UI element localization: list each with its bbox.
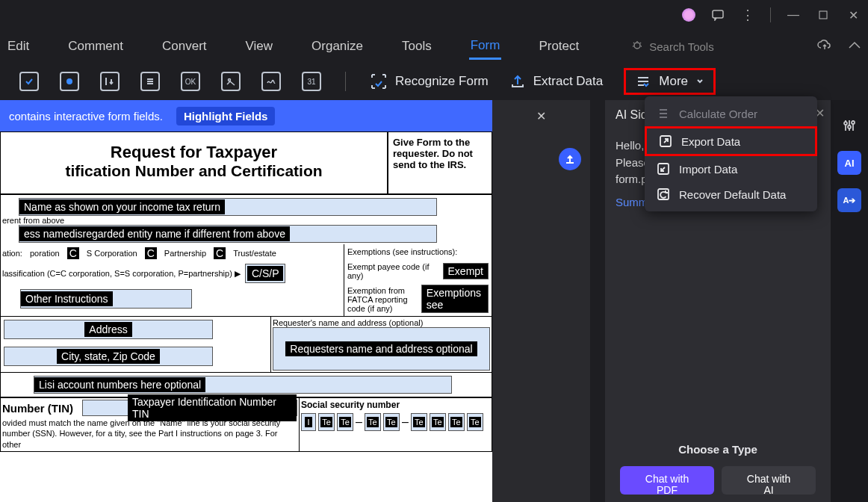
ai-greeting: Hello,	[616, 139, 644, 152]
exemptions-see-field[interactable]: Exemptions see	[422, 285, 488, 312]
ai-rail-button[interactable]: AI	[837, 151, 861, 175]
ssn-5[interactable]: Te	[385, 417, 397, 427]
interactive-fields-notice: contains interactive form fields. Highli…	[0, 100, 492, 131]
exemptions-label: Exemptions (see instructions):	[347, 247, 489, 256]
name-field[interactable]: Name as shown on your income tax return	[19, 199, 225, 214]
business-name-field[interactable]: ess namedisregarded entity name if diffe…	[19, 226, 290, 241]
cloud-upload-icon[interactable]	[817, 39, 832, 54]
diff-label: erent from above	[1, 216, 492, 225]
svg-point-8	[844, 122, 847, 125]
ssn-cells: I Te Te – Te Te – Te Te Te Te	[301, 413, 490, 431]
scorp: S Corporation	[87, 249, 137, 258]
image-field-tool[interactable]	[221, 72, 241, 91]
recognize-label: Recognize Form	[395, 74, 489, 89]
corp: poration	[30, 249, 60, 258]
recover-label: Recover Default Data	[679, 188, 786, 201]
user-avatar[interactable]	[682, 8, 695, 22]
settings-icon[interactable]	[837, 114, 861, 137]
list-acct-field[interactable]: Lisi account numbers here optional	[34, 377, 205, 392]
give-form-box: Give Form to the requester. Do not send …	[388, 131, 492, 194]
btn1-l2: PDF	[620, 485, 714, 496]
btn2-l1: Chat with	[722, 474, 816, 485]
import-label: Import Data	[679, 163, 737, 176]
extract-icon	[509, 73, 526, 90]
calculate-order-item: Calculate Order	[645, 101, 817, 126]
dropdown-field-tool[interactable]	[100, 72, 120, 91]
btn1-l1: Chat with	[620, 474, 714, 485]
export-data-item[interactable]: Export Data	[645, 126, 817, 156]
checkbox-field-tool[interactable]	[19, 72, 39, 91]
close-icon[interactable]: ✕	[536, 109, 546, 123]
recover-default-item[interactable]: Recover Default Data	[645, 182, 817, 207]
highlight-fields-button[interactable]: Highlight Fields	[176, 107, 276, 126]
recognize-form-button[interactable]: Recognize Form	[370, 72, 489, 90]
menu-view[interactable]: View	[244, 34, 275, 58]
other-instructions-field[interactable]: Other Instructions	[21, 291, 113, 306]
requester-field[interactable]: Requesters name and address optional	[285, 341, 477, 356]
kebab-menu-icon[interactable]: ⋮	[740, 3, 755, 27]
notice-text: contains interactive form fields.	[9, 110, 163, 123]
export-label: Export Data	[681, 135, 740, 148]
menu-form[interactable]: Form	[469, 34, 502, 60]
button-field-tool[interactable]: OK	[181, 72, 200, 91]
window-close[interactable]: ✕	[846, 3, 861, 27]
expand-icon[interactable]	[847, 39, 862, 54]
address-field[interactable]: Address	[84, 322, 131, 337]
city-field[interactable]: City, state, Zip Code	[57, 349, 160, 364]
ssn-9[interactable]: Te	[469, 417, 481, 427]
extract-data-button[interactable]: Extract Data	[509, 73, 604, 90]
tin-help-text: ovided must match the name given on the …	[2, 416, 297, 450]
extract-label: Extract Data	[533, 74, 604, 89]
ssn-6[interactable]: Te	[413, 417, 425, 427]
translate-rail-button[interactable]: A➔	[837, 188, 861, 212]
form-toolbar: OK 31 Recognize Form Extract Data More	[0, 63, 868, 100]
form-title-2: tification Number and Certification	[5, 162, 382, 180]
menu-comment[interactable]: Comment	[66, 34, 125, 58]
menu-edit[interactable]: Edit	[6, 34, 31, 58]
upload-button[interactable]	[559, 148, 581, 170]
btn2-l2: AI	[722, 485, 816, 496]
notice-close-area: ✕	[492, 100, 590, 131]
svg-rect-0	[713, 10, 723, 18]
form-title-1: Request for Taxpayer	[5, 143, 382, 162]
ssn-7[interactable]: Te	[432, 417, 444, 427]
chat-with-pdf-button[interactable]: Chat with PDF	[620, 466, 714, 495]
window-maximize[interactable]	[816, 3, 831, 27]
window-titlebar: ⋮ — ✕	[0, 0, 868, 30]
radio-field-tool[interactable]	[60, 72, 79, 91]
search-tools[interactable]: Search Tools	[631, 40, 713, 53]
chat-with-ai-button[interactable]: Chat with AI	[722, 466, 816, 495]
menu-tools[interactable]: Tools	[400, 34, 433, 58]
more-label: More	[659, 74, 688, 89]
ssn-8[interactable]: Te	[450, 417, 462, 427]
lightbulb-icon	[631, 40, 643, 52]
svg-rect-1	[819, 11, 827, 19]
ssn-2[interactable]: Te	[320, 417, 332, 427]
ssn-4[interactable]: Te	[367, 417, 379, 427]
calc-label: Calculate Order	[679, 108, 757, 120]
ai-sidebar-title: AI Sid	[616, 108, 648, 122]
pdf-document[interactable]: Request for Taxpayer tification Number a…	[0, 131, 492, 502]
svg-point-4	[229, 79, 231, 81]
window-minimize[interactable]: —	[786, 3, 801, 27]
ssn-3[interactable]: Te	[339, 417, 351, 427]
svg-point-3	[66, 78, 72, 84]
divider	[345, 72, 346, 91]
svg-point-2	[634, 43, 640, 49]
csp-field[interactable]: C/S/P	[247, 266, 284, 281]
import-data-item[interactable]: Import Data	[645, 156, 817, 182]
fatca-label: Exemption from FATCA reporting code (if …	[347, 286, 418, 313]
menu-protect[interactable]: Protect	[537, 34, 580, 58]
more-dropdown: Calculate Order Export Data Import Data …	[645, 96, 817, 211]
menu-organize[interactable]: Organize	[310, 34, 365, 58]
date-field-tool[interactable]: 31	[302, 72, 321, 91]
class-line2: lassification (C=C corporation, S=S corp…	[2, 269, 241, 279]
comment-icon[interactable]	[710, 3, 725, 27]
more-button[interactable]: More	[624, 68, 716, 95]
exempt-field[interactable]: Exempt	[444, 264, 488, 279]
menu-convert[interactable]: Convert	[161, 34, 208, 58]
signature-field-tool[interactable]	[261, 72, 281, 91]
ssn-1[interactable]: I	[305, 417, 311, 427]
export-icon	[659, 134, 672, 148]
list-field-tool[interactable]	[140, 72, 160, 91]
